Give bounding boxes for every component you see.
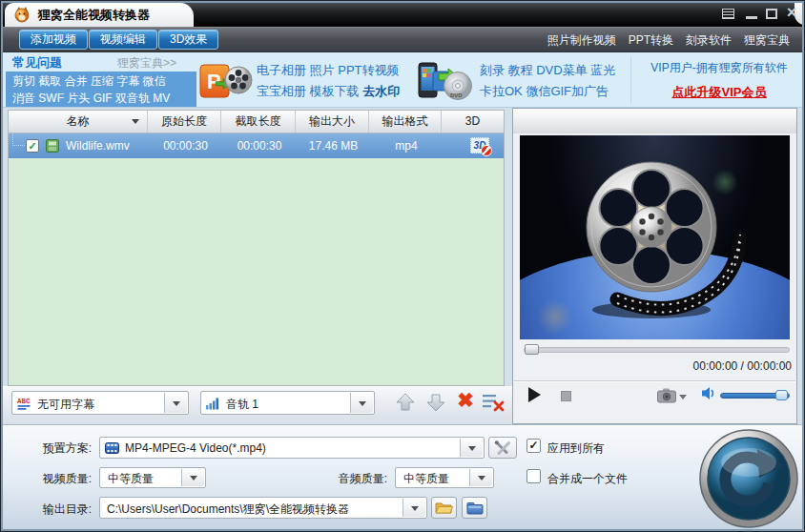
seek-handle[interactable]	[525, 344, 539, 355]
faq-links-row2[interactable]: 消音 SWF 片头 GIF 双音轨 MV	[12, 90, 196, 107]
video-file-icon	[46, 139, 59, 153]
volume-icon[interactable]	[701, 386, 716, 400]
faq-title: 常见问题	[12, 54, 62, 72]
ppt-promo-icon[interactable]: P	[199, 60, 253, 102]
output-dir-select[interactable]: C:\Users\User\Documents\狸窝\全能视频转换器	[99, 497, 427, 519]
delete-button[interactable]: ✖	[453, 389, 478, 412]
link-photo-to-video[interactable]: 照片制作视频	[547, 32, 616, 49]
ppt-links-row2[interactable]: 宝宝相册 模板下载 去水印	[257, 81, 400, 102]
app-logo-icon	[13, 6, 31, 23]
link-ppt-convert[interactable]: PPT转换	[629, 32, 673, 49]
stop-button[interactable]	[561, 391, 571, 401]
video-quality-label: 视频质量:	[8, 471, 92, 487]
playback-time: 00:00:00 / 00:00:00	[572, 359, 792, 373]
link-leawo-baodian[interactable]: 狸窝宝典	[744, 32, 790, 49]
column-header-original-length[interactable]: 原始长度	[148, 111, 221, 133]
promo-banner: 常见问题 狸窝宝典>> 剪切 截取 合并 压缩 字幕 微信 消音 SWF 片头 …	[3, 52, 802, 108]
3d-effect-button[interactable]: 3D效果	[158, 30, 218, 50]
minimize-button[interactable]	[744, 6, 759, 21]
preset-label: 预置方案:	[8, 440, 92, 457]
svg-text:ABC: ABC	[17, 398, 31, 405]
vip-block: VIP用户-拥有狸窝所有软件 点此升级VIP会员	[634, 60, 804, 101]
window-title: 狸窝全能视频转换器	[38, 7, 150, 24]
column-header-output-size[interactable]: 输出大小	[296, 111, 369, 133]
close-button[interactable]: ×	[784, 6, 799, 21]
browse-folder-button[interactable]	[462, 497, 487, 519]
minimize-icon	[746, 16, 757, 19]
app-window: 狸窝全能视频转换器 × 添加视频 视频编辑 3D效果 照片制作视频 PPT转换 …	[0, 0, 805, 532]
output-dir-label: 输出目录:	[8, 501, 92, 518]
row-checkbox[interactable]: ✓	[26, 139, 39, 153]
merge-checkbox[interactable]	[526, 469, 541, 483]
remove-watermark-link[interactable]: 去水印	[362, 84, 400, 98]
subtitle-dropdown-button[interactable]	[164, 393, 187, 413]
video-quality-dropdown-button[interactable]	[181, 469, 204, 486]
folder-icon	[466, 501, 485, 515]
menu-icon	[722, 9, 734, 19]
play-button[interactable]	[528, 387, 541, 402]
column-header-name-label: 名称	[67, 114, 90, 128]
maximize-button[interactable]	[764, 6, 779, 21]
audio-quality-dropdown-button[interactable]	[469, 469, 492, 486]
faq-links-panel: 剪切 截取 合并 压缩 字幕 微信 消音 SWF 片头 GIF 双音轨 MV	[6, 72, 196, 107]
burn-promo-links: 刻录 教程 DVD菜单 蓝光 卡拉OK 微信GIF加广告	[480, 60, 615, 102]
audio-track-dropdown-button[interactable]	[350, 393, 373, 413]
open-output-folder-button[interactable]	[431, 497, 457, 519]
add-video-button[interactable]: 添加视频	[19, 30, 88, 50]
video-screen[interactable]	[520, 135, 790, 339]
burn-links-row1[interactable]: 刻录 教程 DVD菜单 蓝光	[480, 60, 615, 81]
svg-text:DVD: DVD	[450, 92, 463, 98]
audio-quality-select[interactable]: 中等质量	[395, 467, 494, 488]
seek-bar[interactable]	[524, 347, 790, 353]
preview-header	[513, 109, 796, 133]
move-up-button[interactable]	[395, 393, 416, 412]
video-quality-value: 中等质量	[108, 471, 154, 487]
faq-more-link[interactable]: 狸窝宝典>>	[117, 55, 176, 72]
column-header-name[interactable]: 名称	[9, 111, 148, 133]
audio-quality-label: 音频质量:	[303, 471, 387, 487]
window-menu-button[interactable]	[721, 6, 736, 21]
banner-divider	[630, 56, 631, 104]
column-header-cut-length[interactable]: 截取长度	[221, 111, 296, 133]
burn-links-row2[interactable]: 卡拉OK 微信GIF加广告	[480, 81, 615, 102]
apply-all-label[interactable]: 应用到所有	[547, 440, 605, 457]
audio-track-value: 音轨 1	[226, 397, 258, 413]
output-dir-value: C:\Users\User\Documents\狸窝\全能视频转换器	[107, 501, 349, 518]
vip-upgrade-link[interactable]: 点此升级VIP会员	[672, 84, 767, 101]
column-header-output-format[interactable]: 输出格式	[369, 111, 442, 133]
file-list[interactable]: ✓ Wildlife.wmv 00:00:30 00:00:30 17.46 M…	[8, 133, 505, 386]
faq-links-row1[interactable]: 剪切 截取 合并 压缩 字幕 微信	[12, 72, 196, 90]
preset-dropdown-button[interactable]	[460, 439, 483, 457]
3d-disabled-icon[interactable]: 3D	[470, 137, 489, 153]
cut-length-value: 00:00:30	[222, 139, 297, 153]
video-quality-select[interactable]: 中等质量	[99, 467, 206, 488]
column-header-3d[interactable]: 3D	[442, 111, 504, 133]
output-size-value: 17.46 MB	[297, 139, 370, 153]
audio-track-select[interactable]: 音轨 1	[200, 391, 375, 415]
preset-value: MP4-MPEG-4 Video(*.mp4)	[125, 441, 266, 455]
subtitle-select[interactable]: ABC 无可用字幕	[11, 391, 189, 415]
snapshot-button[interactable]	[657, 388, 676, 403]
burn-promo-icon[interactable]: DVD	[416, 60, 473, 102]
ppt-links-row2-normal[interactable]: 宝宝相册 模板下载	[257, 84, 362, 98]
file-table-header: 名称 原始长度 截取长度 输出大小 输出格式 3D	[8, 110, 505, 133]
player-divider	[514, 380, 795, 381]
output-dir-dropdown-button[interactable]	[402, 499, 425, 517]
ppt-links-row1[interactable]: 电子相册 照片 PPT转视频	[257, 60, 400, 81]
convert-button[interactable]	[698, 428, 799, 529]
snapshot-dropdown-button[interactable]	[679, 395, 687, 403]
preset-select[interactable]: MP4-MPEG-4 Video(*.mp4)	[99, 437, 485, 459]
apply-all-checkbox[interactable]: ✓	[526, 439, 541, 453]
clear-list-button[interactable]	[482, 393, 505, 412]
edit-video-button[interactable]: 视频编辑	[89, 30, 157, 50]
preset-settings-button[interactable]	[488, 437, 517, 459]
volume-handle[interactable]	[775, 390, 788, 400]
maximize-icon	[766, 9, 777, 19]
file-name: Wildlife.wmv	[66, 139, 130, 153]
preset-format-icon	[105, 441, 119, 455]
link-burn-software[interactable]: 刻录软件	[686, 32, 732, 49]
move-down-button[interactable]	[425, 393, 446, 412]
table-row[interactable]: ✓ Wildlife.wmv 00:00:30 00:00:30 17.46 M…	[9, 133, 504, 158]
tools-icon	[494, 440, 511, 456]
merge-label[interactable]: 合并成一个文件	[547, 471, 628, 487]
